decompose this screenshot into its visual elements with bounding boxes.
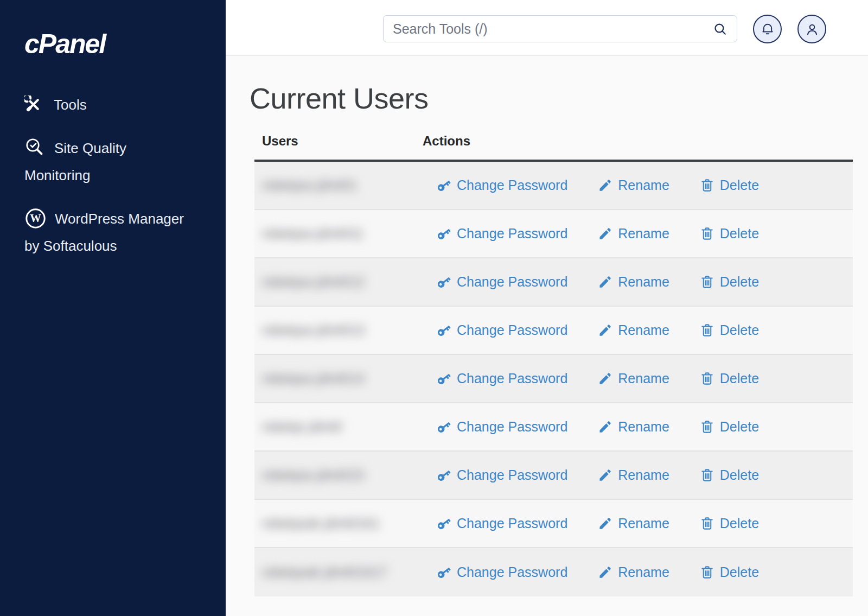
- sidebar-item-label: Tools: [54, 97, 87, 113]
- delete-link[interactable]: Delete: [700, 371, 759, 386]
- site-quality-monitoring-icon: [24, 137, 46, 159]
- table-body: ndwtqsa jdmt01 Change Password R: [254, 162, 853, 596]
- username-cell: ndwtqsa jdmt014: [254, 371, 423, 386]
- rename-link[interactable]: Rename: [598, 564, 669, 580]
- topbar: [226, 0, 868, 56]
- delete-link[interactable]: Delete: [700, 419, 759, 435]
- magnifier-icon[interactable]: [713, 22, 727, 36]
- delete-link[interactable]: Delete: [700, 322, 759, 338]
- change-password-label: Change Password: [457, 274, 567, 290]
- delete-link[interactable]: Delete: [700, 226, 759, 242]
- key-icon: [437, 565, 451, 580]
- username-cell: ndwtqsa jdmt011: [254, 226, 423, 242]
- page-title: Current Users: [250, 81, 868, 115]
- change-password-link[interactable]: Change Password: [437, 177, 567, 193]
- delete-link[interactable]: Delete: [700, 274, 759, 290]
- change-password-link[interactable]: Change Password: [437, 419, 567, 435]
- pencil-icon: [598, 420, 612, 434]
- wordpress-icon: W: [24, 207, 47, 230]
- notifications-button[interactable]: [753, 15, 782, 43]
- pencil-icon: [598, 468, 612, 482]
- rename-label: Rename: [618, 322, 669, 338]
- user-icon: [804, 21, 820, 37]
- table-row: ndwtqsa jdmt01 Change Password R: [254, 162, 853, 210]
- username-blurred: ndwtqsab jdmt01617: [262, 564, 387, 580]
- rename-link[interactable]: Rename: [598, 322, 669, 338]
- rename-label: Rename: [618, 177, 669, 193]
- sidebar-item-wordpress-manager[interactable]: W WordPress Manager by Softaculous: [0, 205, 226, 259]
- delete-label: Delete: [720, 274, 759, 290]
- delete-label: Delete: [720, 467, 759, 483]
- delete-label: Delete: [720, 177, 759, 193]
- sidebar-item-label: WordPress Manager by Softaculous: [24, 211, 184, 254]
- delete-link[interactable]: Delete: [700, 467, 759, 483]
- trash-icon: [700, 178, 714, 193]
- tools-icon: [24, 96, 42, 113]
- change-password-label: Change Password: [457, 419, 567, 435]
- actions-cell: Change Password Rename Delete: [423, 419, 853, 435]
- trash-icon: [700, 323, 714, 338]
- column-header-actions: Actions: [423, 134, 470, 149]
- actions-cell: Change Password Rename Delete: [423, 371, 853, 386]
- change-password-label: Change Password: [457, 226, 567, 242]
- delete-link[interactable]: Delete: [700, 564, 759, 580]
- change-password-label: Change Password: [457, 564, 567, 580]
- svg-text:W: W: [30, 212, 41, 224]
- key-icon: [437, 178, 451, 193]
- trash-icon: [700, 516, 714, 531]
- change-password-link[interactable]: Change Password: [437, 516, 567, 531]
- trash-icon: [700, 371, 714, 386]
- pencil-icon: [598, 323, 612, 338]
- search-input[interactable]: [393, 21, 713, 37]
- username-cell: ndwtqsa jdmt015: [254, 467, 423, 483]
- rename-link[interactable]: Rename: [598, 467, 669, 483]
- rename-link[interactable]: Rename: [598, 516, 669, 531]
- actions-cell: Change Password Rename Delete: [423, 226, 853, 242]
- delete-label: Delete: [720, 322, 759, 338]
- rename-label: Rename: [618, 226, 669, 242]
- delete-link[interactable]: Delete: [700, 177, 759, 193]
- username-cell: ndwtqsa jdmt012: [254, 274, 423, 290]
- change-password-link[interactable]: Change Password: [437, 322, 567, 338]
- username-blurred: ndwtqsa jdmt01: [262, 177, 357, 193]
- rename-label: Rename: [618, 564, 669, 580]
- rename-link[interactable]: Rename: [598, 226, 669, 242]
- table-row: ndwtqs jdmt0 Change Password Ren: [254, 403, 853, 452]
- sidebar-item-site-quality-monitoring[interactable]: Site Quality Monitoring: [0, 135, 226, 189]
- delete-link[interactable]: Delete: [700, 516, 759, 531]
- username-blurred: ndwtqsa jdmt012: [262, 274, 365, 289]
- change-password-link[interactable]: Change Password: [437, 371, 567, 386]
- rename-label: Rename: [618, 516, 669, 531]
- sidebar: cPanel Tools Site Quality Monitoring W W…: [0, 0, 226, 616]
- key-icon: [437, 420, 451, 434]
- pencil-icon: [598, 226, 612, 241]
- cpanel-current-users-page: { "sidebar": { "logo_text": "cPanel", "i…: [0, 0, 868, 616]
- rename-link[interactable]: Rename: [598, 274, 669, 290]
- username-blurred: ndwtqsa jdmt013: [262, 322, 365, 338]
- pencil-icon: [598, 178, 612, 193]
- rename-link[interactable]: Rename: [598, 371, 669, 386]
- rename-link[interactable]: Rename: [598, 177, 669, 193]
- change-password-label: Change Password: [457, 322, 567, 338]
- delete-label: Delete: [720, 371, 759, 386]
- key-icon: [437, 275, 451, 289]
- sidebar-item-tools[interactable]: Tools: [0, 91, 226, 118]
- username-blurred: ndwtqsab jdmt0161: [262, 516, 380, 531]
- rename-label: Rename: [618, 419, 669, 435]
- change-password-link[interactable]: Change Password: [437, 274, 567, 290]
- table-row: ndwtqsa jdmt014 Change Password: [254, 355, 853, 403]
- username-cell: ndwtqs jdmt0: [254, 419, 423, 435]
- table-row: ndwtqsab jdmt0161 Change Password: [254, 500, 853, 548]
- column-header-users: Users: [254, 134, 423, 149]
- change-password-link[interactable]: Change Password: [437, 467, 567, 483]
- sidebar-nav: Tools Site Quality Monitoring W WordPres…: [0, 91, 226, 259]
- change-password-link[interactable]: Change Password: [437, 226, 567, 242]
- account-button[interactable]: [797, 15, 826, 43]
- actions-cell: Change Password Rename Delete: [423, 177, 853, 193]
- rename-link[interactable]: Rename: [598, 419, 669, 435]
- username-cell: ndwtqsab jdmt0161: [254, 516, 423, 531]
- delete-label: Delete: [720, 516, 759, 531]
- table-row: ndwtqsab jdmt01617 Change Password: [254, 548, 853, 596]
- cpanel-logo[interactable]: cPanel: [24, 28, 226, 60]
- change-password-link[interactable]: Change Password: [437, 564, 567, 580]
